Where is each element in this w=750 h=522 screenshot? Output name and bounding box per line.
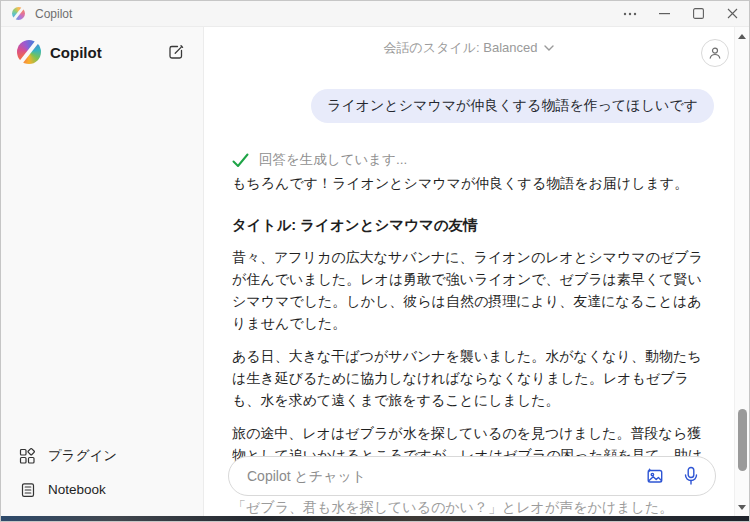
sidebar-item-notebook[interactable]: Notebook (1, 473, 203, 506)
close-button[interactable] (715, 1, 749, 27)
titlebar: Copilot (1, 1, 749, 27)
window-title: Copilot (35, 7, 72, 21)
conversation-style-selector[interactable]: 会話のスタイル: Balanced (384, 39, 555, 57)
window-bottom-edge (1, 516, 749, 521)
sidebar-brand-label: Copilot (50, 44, 102, 61)
story-paragraph: 昔々、アフリカの広大なサバンナに、ライオンのレオとシマウマのゼブラが住んでいまし… (232, 246, 714, 334)
microphone-icon[interactable] (681, 466, 701, 486)
sidebar-item-plugins[interactable]: プラグイン (1, 439, 203, 473)
person-icon (708, 46, 722, 60)
new-chat-icon[interactable] (165, 41, 187, 63)
generation-status: 回答を生成しています... (232, 151, 714, 169)
sidebar-item-label: プラグイン (48, 447, 117, 465)
copilot-app-window: Copilot Copilot (0, 0, 750, 522)
notebook-icon (19, 481, 36, 498)
scroll-up-icon[interactable] (735, 29, 749, 43)
scrollbar-thumb[interactable] (738, 409, 747, 471)
assistant-intro-text: もちろんです！ライオンとシマウマが仲良くする物語をお届けします。 (232, 172, 714, 194)
window-more-menu-icon[interactable] (613, 1, 647, 27)
copilot-logo (17, 40, 41, 64)
sidebar: Copilot (1, 27, 204, 516)
copilot-titlebar-icon (12, 7, 25, 20)
story-paragraph: ある日、大きな干ばつがサバンナを襲いました。水がなくなり、動物たちは生き延びるた… (232, 345, 714, 411)
checkmark-icon (232, 153, 249, 168)
story-title: タイトル: ライオンとシマウマの友情 (232, 216, 714, 235)
scroll-down-icon[interactable] (735, 500, 749, 514)
minimize-button[interactable] (647, 1, 681, 27)
maximize-button[interactable] (681, 1, 715, 27)
chat-main-area: 会話のスタイル: Balanced ライオンとシマウマが仲良くする物語を作ってほ… (204, 27, 734, 516)
vertical-scrollbar[interactable] (734, 27, 749, 516)
chat-input[interactable] (247, 468, 645, 484)
user-avatar[interactable] (701, 39, 729, 67)
user-message-bubble: ライオンとシマウマが仲良くする物語を作ってほしいです (311, 89, 714, 123)
story-streaming-line: 「ゼブラ、君も水を探しているのかい？」とレオが声をかけました。 (232, 496, 714, 516)
chat-input-bar[interactable] (228, 456, 716, 496)
conversation-style-label: 会話のスタイル: Balanced (384, 39, 538, 57)
add-image-icon[interactable] (645, 466, 665, 486)
plugins-icon (19, 448, 36, 465)
sidebar-item-label: Notebook (48, 482, 106, 497)
generation-status-text: 回答を生成しています... (259, 151, 407, 169)
chevron-down-icon (544, 45, 554, 51)
